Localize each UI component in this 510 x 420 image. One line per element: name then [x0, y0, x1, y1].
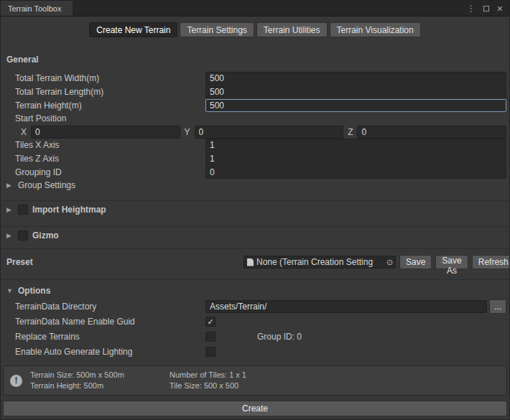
grouping-id-input[interactable] — [205, 166, 506, 179]
terrain-height-row: Terrain Height(m) — [1, 98, 509, 112]
tab-create-new-terrain[interactable]: Create New Terrain — [89, 22, 177, 37]
total-terrain-length-input[interactable] — [205, 85, 506, 98]
titlebar-spacer — [73, 1, 466, 16]
auto-generate-lighting-checkbox[interactable] — [205, 347, 215, 357]
mode-tabs: Create New Terrain Terrain Settings Terr… — [1, 22, 509, 37]
info-icon: ! — [10, 375, 22, 387]
tab-terrain-visualization[interactable]: Terrain Visualization — [330, 22, 421, 37]
x-axis-label: X — [21, 127, 27, 137]
options-section: ▼ Options TerrainData Directory ... Terr… — [1, 279, 509, 360]
tiles-z-input[interactable] — [205, 152, 506, 165]
window-titlebar: Terrain Toolbox ⋮ × — [1, 1, 509, 17]
info-right-column: Number of Tiles: 1 x 1 Tile Size: 500 x … — [170, 370, 246, 391]
replace-terrains-label: Replace Terrains — [15, 332, 205, 342]
total-terrain-width-row: Total Terrain Width(m) — [1, 72, 509, 85]
grouping-id-row: Grouping ID — [1, 165, 509, 179]
name-enable-guid-row: TerrainData Name Enable Guid ✓ — [1, 314, 509, 329]
tiles-x-row: Tiles X Axis — [1, 139, 509, 152]
y-axis-label: Y — [185, 127, 190, 137]
tile-size-text: Tile Size: 500 x 500 — [170, 381, 246, 391]
gizmo-checkbox[interactable] — [18, 230, 28, 241]
start-position-row: Start Position — [1, 112, 509, 126]
start-position-z-input[interactable] — [357, 126, 506, 139]
chevron-right-icon: ▶ — [6, 182, 14, 189]
number-of-tiles-text: Number of Tiles: 1 x 1 — [170, 370, 246, 381]
start-position-xyz-row: X Y Z — [1, 126, 509, 139]
auto-generate-lighting-row: Enable Auto Generate Lighting — [1, 345, 509, 359]
terraindata-directory-row: TerrainData Directory ... — [1, 299, 509, 314]
titlebar-icons: ⋮ × — [467, 1, 509, 16]
gizmo-label[interactable]: Gizmo — [32, 230, 59, 241]
terrain-toolbox-window: Terrain Toolbox ⋮ × Create New Terrain T… — [0, 0, 510, 420]
name-enable-guid-checkbox[interactable]: ✓ — [205, 317, 215, 327]
preset-object-value: None (Terrain Creation Setting — [256, 257, 384, 267]
auto-generate-lighting-label: Enable Auto Generate Lighting — [15, 347, 205, 357]
chevron-down-icon: ▼ — [6, 287, 14, 294]
start-position-y-input[interactable] — [195, 126, 344, 139]
import-heightmap-label[interactable]: Import Heightmap — [32, 205, 106, 215]
start-position-label: Start Position — [15, 113, 205, 123]
terrain-info-box: ! Terrain Size: 500m x 500m Terrain Heig… — [3, 365, 507, 396]
terrain-size-text: Terrain Size: 500m x 500m — [30, 370, 162, 381]
tiles-z-row: Tiles Z Axis — [1, 152, 509, 166]
maximize-icon[interactable] — [483, 6, 489, 11]
general-header: General — [6, 55, 509, 65]
options-foldout[interactable]: ▼ Options — [1, 284, 509, 298]
group-settings-label: Group Settings — [18, 180, 75, 190]
browse-button[interactable]: ... — [489, 299, 506, 314]
name-enable-guid-label: TerrainData Name Enable Guid — [15, 317, 205, 327]
tab-terrain-utilities[interactable]: Terrain Utilities — [256, 22, 328, 37]
window-tab[interactable]: Terrain Toolbox — [1, 1, 73, 16]
import-heightmap-checkbox[interactable] — [18, 205, 28, 215]
total-terrain-width-label: Total Terrain Width(m) — [15, 73, 205, 83]
total-terrain-length-label: Total Terrain Length(m) — [15, 87, 205, 97]
terrain-height-label: Terrain Height(m) — [15, 101, 205, 111]
check-icon: ✓ — [207, 318, 213, 326]
chevron-right-icon[interactable]: ▶ — [6, 232, 14, 239]
terrain-height-text: Terrain Height: 500m — [30, 381, 162, 391]
z-axis-label: Z — [348, 127, 353, 137]
terraindata-directory-label: TerrainData Directory — [15, 302, 205, 312]
replace-terrains-checkbox[interactable] — [205, 332, 215, 342]
create-button[interactable]: Create — [3, 401, 507, 416]
tab-terrain-settings[interactable]: Terrain Settings — [180, 22, 254, 37]
preset-row: Preset None (Terrain Creation Setting ⊙ … — [1, 248, 509, 275]
options-label: Options — [18, 286, 50, 296]
replace-terrains-row: Replace Terrains Group ID: 0 — [1, 330, 509, 344]
menu-icon[interactable]: ⋮ — [467, 4, 476, 14]
total-terrain-width-input[interactable] — [205, 72, 506, 85]
grouping-id-label: Grouping ID — [15, 167, 205, 177]
gizmo-section: ▶ Gizmo — [1, 226, 509, 244]
terrain-height-input[interactable] — [205, 99, 506, 112]
group-id-readout: Group ID: 0 — [257, 332, 302, 342]
file-icon — [247, 258, 254, 266]
start-position-x-input[interactable] — [31, 126, 180, 139]
preset-label: Preset — [6, 257, 244, 267]
terraindata-directory-input[interactable] — [205, 300, 487, 313]
chevron-right-icon[interactable]: ▶ — [6, 206, 14, 213]
import-heightmap-section: ▶ Import Heightmap — [1, 200, 509, 218]
close-icon[interactable]: × — [497, 4, 503, 14]
save-button[interactable]: Save — [399, 255, 432, 269]
save-as-button[interactable]: Save As — [435, 255, 468, 269]
tiles-z-label: Tiles Z Axis — [15, 154, 205, 164]
window-title: Terrain Toolbox — [8, 4, 61, 13]
info-left-column: Terrain Size: 500m x 500m Terrain Height… — [30, 370, 162, 391]
group-settings-foldout[interactable]: ▶ Group Settings — [1, 179, 509, 192]
preset-object-field[interactable]: None (Terrain Creation Setting ⊙ — [244, 256, 396, 269]
tiles-x-label: Tiles X Axis — [15, 140, 205, 150]
refresh-button[interactable]: Refresh — [472, 255, 510, 269]
tiles-x-input[interactable] — [205, 139, 506, 151]
total-terrain-length-row: Total Terrain Length(m) — [1, 85, 509, 99]
object-picker-icon[interactable]: ⊙ — [384, 256, 395, 268]
